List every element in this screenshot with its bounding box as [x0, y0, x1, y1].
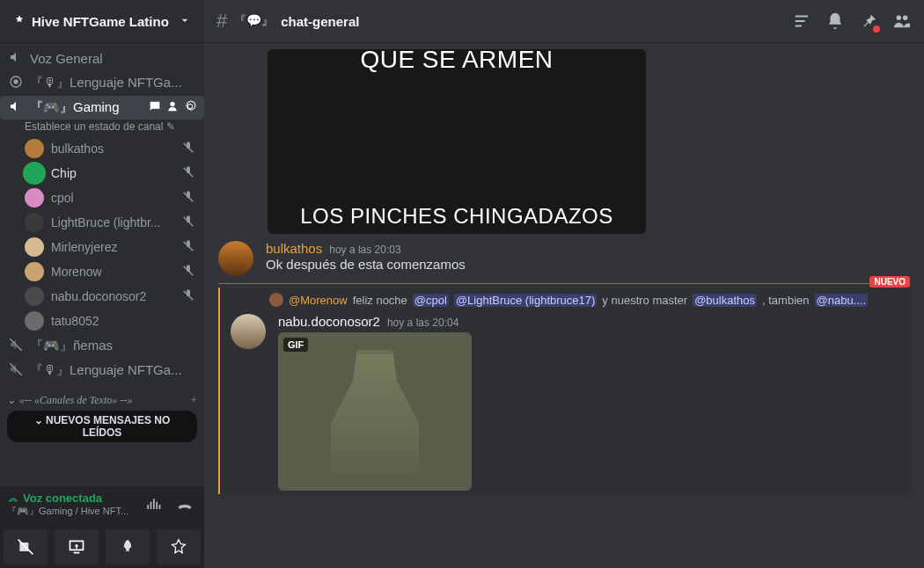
mention[interactable]: @LightBruce (lightbruce17) [454, 294, 597, 307]
meme-top-text: QUE SE ARMEN [360, 49, 553, 74]
noise-suppression-icon[interactable] [141, 492, 165, 517]
invite-icon[interactable] [165, 99, 180, 116]
speaker-icon [7, 99, 25, 116]
avatar [25, 237, 44, 257]
server-name: Hive NFTGame Latino [32, 14, 169, 29]
screenshare-btn[interactable] [55, 529, 99, 564]
channel-list: Voz General 『🎙』Lenguaje NFTGa... 『🎮』Gami… [0, 42, 204, 486]
channel-stage-2[interactable]: 『🎙』Lenguaje NFTGa... [0, 359, 204, 382]
avatar [25, 311, 44, 331]
channel-label: 『🎙』Lenguaje NFTGa... [30, 75, 197, 91]
voice-user[interactable]: nabu.doconosor2 [0, 284, 204, 309]
channel-label: Voz General [30, 51, 197, 66]
voice-user-name: cpol [51, 191, 174, 205]
mention[interactable]: @cpol [413, 294, 449, 307]
threads-icon[interactable] [792, 11, 811, 31]
mute-icon [181, 264, 197, 280]
stage-icon [7, 75, 25, 91]
avatar[interactable] [231, 314, 266, 349]
reply-context[interactable]: @Morenow feliz noche @cpol @LightBruce (… [220, 288, 910, 307]
avatar [25, 287, 44, 306]
mute-icon [181, 215, 197, 230]
speaker-icon [7, 50, 25, 67]
message: nabu.doconosor2 hoy a las 20:04 GIF [220, 307, 910, 494]
message-author[interactable]: bulkathos [266, 241, 322, 256]
members-icon[interactable] [892, 11, 912, 31]
highlighted-message: @Morenow feliz noche @cpol @LightBruce (… [218, 288, 910, 494]
set-channel-status[interactable]: Establece un estado de canal ✎ [0, 120, 204, 136]
voice-user-name: bulkathos [51, 142, 174, 156]
channel-label: 『🎮』Gaming [30, 99, 143, 116]
chevron-down-icon: ⌄ [7, 394, 16, 407]
chevron-down-icon [178, 13, 192, 30]
reply-author[interactable]: @Morenow [289, 294, 348, 307]
gif-tag: GIF [283, 338, 308, 352]
message-timestamp: hoy a las 20:03 [329, 244, 400, 256]
server-header[interactable]: Hive NFTGame Latino [0, 0, 204, 42]
svg-point-0 [13, 79, 18, 84]
voice-user[interactable]: bulkathos [0, 136, 204, 161]
pencil-icon: ✎ [166, 120, 175, 133]
new-messages-divider: NUEVO [218, 283, 910, 284]
bottom-bar [0, 525, 204, 568]
channel-prefix: 『💬』 [234, 13, 274, 29]
soundboard-btn[interactable] [157, 529, 201, 564]
speaker-muted-icon [7, 362, 25, 379]
speaker-muted-icon [7, 338, 25, 354]
chat-icon[interactable] [148, 99, 162, 116]
voice-panel: Voz conectada 『🎮』Gaming / Hive NFT... [0, 486, 204, 525]
disconnect-icon[interactable] [172, 492, 197, 517]
pinned-icon[interactable] [859, 11, 878, 31]
chat-header: # 『💬』 chat-general [204, 0, 924, 42]
avatar [25, 188, 44, 208]
gear-icon[interactable] [183, 99, 197, 116]
boost-icon [12, 14, 26, 28]
main: # 『💬』 chat-general QUE SE ARMEN LOS PINC… [204, 0, 924, 568]
voice-user-name: Mirlenyjerez [51, 240, 174, 254]
voice-user[interactable]: Chip [0, 161, 204, 186]
unread-banner[interactable]: ⌄ NUEVOS MENSAJES NO LEÍDOS [7, 411, 197, 442]
voice-user[interactable]: LightBruce (lightbr... [0, 210, 204, 235]
avatar[interactable] [218, 241, 253, 276]
meme-image[interactable]: QUE SE ARMEN LOS PINCHES CHINGADAZOS [268, 49, 646, 234]
avatar [25, 262, 44, 281]
voice-connected-status[interactable]: Voz conectada [7, 492, 128, 505]
new-tag: NUEVO [869, 276, 910, 288]
channel-gaming[interactable]: 『🎮』Gaming [0, 96, 204, 120]
voice-user[interactable]: cpol [0, 186, 204, 210]
voice-user-name: LightBruce (lightbr... [51, 215, 174, 229]
rocket-btn[interactable] [106, 529, 150, 564]
avatar [269, 293, 283, 307]
avatar [25, 139, 44, 158]
voice-user[interactable]: Morenow [0, 259, 204, 284]
hash-icon: # [216, 10, 227, 33]
message-timestamp: hoy a las 20:04 [387, 317, 458, 329]
channel-label: 『🎮』ñemas [30, 338, 197, 354]
camera-off-btn[interactable] [4, 529, 48, 564]
mention[interactable]: @nabu.... [815, 294, 869, 307]
avatar [25, 164, 44, 183]
mute-icon [181, 141, 197, 157]
channel-nemas[interactable]: 『🎮』ñemas [0, 334, 204, 358]
plus-icon[interactable]: + [190, 394, 197, 407]
meme-bottom-text: LOS PINCHES CHINGADAZOS [300, 204, 613, 229]
mute-icon [181, 239, 197, 255]
voice-user-name: Chip [51, 166, 174, 180]
mention[interactable]: @bulkathos [693, 294, 757, 307]
voice-user[interactable]: tatu8052 [0, 309, 204, 333]
channel-voice-general[interactable]: Voz General [0, 47, 204, 70]
messages[interactable]: QUE SE ARMEN LOS PINCHES CHINGADAZOS bul… [204, 42, 924, 568]
notifications-icon[interactable] [825, 11, 845, 31]
voice-user[interactable]: Mirlenyjerez [0, 235, 204, 259]
gif-attachment[interactable]: GIF [278, 332, 472, 491]
channel-stage[interactable]: 『🎙』Lenguaje NFTGa... [0, 71, 204, 95]
voice-user-name: nabu.doconosor2 [51, 289, 174, 303]
message-author[interactable]: nabu.doconosor2 [278, 314, 380, 329]
mute-icon [181, 190, 197, 206]
mute-icon [181, 165, 197, 181]
message-text: Ok después de esta comenzamos [266, 256, 910, 273]
avatar [25, 213, 44, 232]
voice-user-name: tatu8052 [51, 314, 197, 328]
category-text[interactable]: ⌄ «-- «Canales de Texto» --» + [0, 383, 204, 409]
channel-title: chat-general [281, 14, 359, 29]
